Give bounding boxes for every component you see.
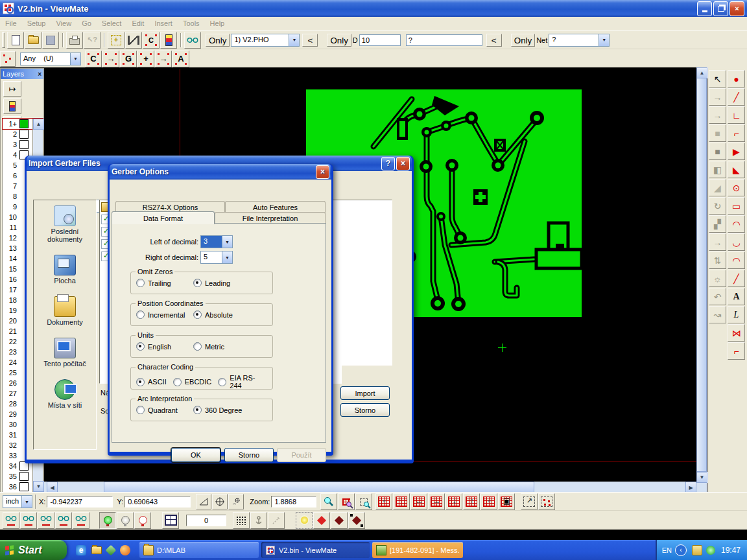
tab-data-format[interactable]: Data Format xyxy=(112,211,215,224)
draw-triangle-button[interactable]: ◣ xyxy=(728,161,745,178)
dialog-titlebar[interactable]: Gerber Options × xyxy=(110,164,331,180)
taskbar-task-1[interactable]: D:\MLAB xyxy=(139,542,259,558)
origin-button[interactable] xyxy=(212,494,228,509)
square-aperture-button[interactable]: ■ xyxy=(709,124,726,142)
anchor-button[interactable] xyxy=(250,512,267,529)
right-decimal-combo[interactable]: 5 ▼ xyxy=(200,251,233,264)
layer-color-swatch[interactable] xyxy=(19,119,29,128)
tray-collapse-icon[interactable]: ‹ xyxy=(675,544,687,556)
select-goto-arrow-button[interactable]: → xyxy=(102,51,119,67)
radio-icon[interactable] xyxy=(193,279,202,287)
new-file-button[interactable] xyxy=(7,32,24,49)
cancel-button[interactable]: Storno xyxy=(340,403,390,417)
mirror-vertical-button[interactable]: ◢ xyxy=(709,179,726,196)
place-plocha[interactable]: Plocha xyxy=(34,255,96,285)
quicklaunch-folder-icon[interactable] xyxy=(91,545,102,555)
tab-file-interpretation[interactable]: File Interpretation xyxy=(215,212,326,224)
lasso-button[interactable]: ↝ xyxy=(709,306,726,323)
draw-sketch-button[interactable]: ╱ xyxy=(728,270,745,287)
scroll-left-icon[interactable]: ◀ xyxy=(47,482,58,492)
distribute-button[interactable]: ⇅ xyxy=(709,251,726,269)
only-layer-button[interactable]: Only xyxy=(206,34,230,47)
chevron-down-icon[interactable]: ▼ xyxy=(222,251,232,263)
menu-view[interactable]: View xyxy=(51,18,77,29)
draw-arrow-button[interactable]: ▶ xyxy=(728,143,745,160)
pad-diamond-dark-button[interactable] xyxy=(331,512,348,529)
layer-on-bulb-button[interactable] xyxy=(99,512,116,529)
draw-bend-button[interactable]: ⌐ xyxy=(728,124,745,142)
scrollbar-thumb[interactable] xyxy=(696,78,707,472)
tray-messenger-icon[interactable] xyxy=(706,546,715,555)
layers-panel-titlebar[interactable]: Layers × xyxy=(1,69,43,79)
inspect-all-button[interactable] xyxy=(3,512,19,529)
minimize-button[interactable] xyxy=(697,1,712,16)
menu-go[interactable]: Go xyxy=(77,18,97,29)
chevron-down-icon[interactable]: ▼ xyxy=(222,236,232,248)
draw-rectangle-button[interactable]: ▭ xyxy=(728,197,745,215)
menu-help[interactable]: Help xyxy=(205,18,230,29)
draw-line-button[interactable]: ╱ xyxy=(728,88,745,106)
net-combo[interactable]: ? ▼ xyxy=(549,34,610,47)
radio-icon[interactable] xyxy=(193,406,202,414)
copy-to-pad-button[interactable]: → xyxy=(709,233,726,251)
radio-icon[interactable] xyxy=(136,342,145,351)
grid-full-button[interactable] xyxy=(393,493,410,510)
only-net-button[interactable]: Only xyxy=(511,34,535,47)
select-net-arrow-button[interactable]: → xyxy=(155,51,172,67)
draw-polyline-button[interactable]: ∟ xyxy=(728,106,745,124)
chevron-down-icon[interactable]: ▼ xyxy=(289,34,299,46)
layer-color-swatch[interactable] xyxy=(19,130,29,139)
table-view-button[interactable] xyxy=(162,512,179,529)
radio-leading[interactable]: Leading xyxy=(193,279,250,287)
scroll-right-icon[interactable]: ▶ xyxy=(685,482,696,492)
rotate-button[interactable]: ↻ xyxy=(709,197,726,215)
prev-dcode-button[interactable]: < xyxy=(486,34,502,47)
radio-ebcdic[interactable]: EBCDIC xyxy=(173,378,212,386)
radio-icon[interactable] xyxy=(136,279,145,287)
pan-up-button[interactable]: ↑ xyxy=(463,493,480,510)
zoom-in-button[interactable] xyxy=(320,493,337,510)
layer-outline-bulb-button[interactable] xyxy=(134,512,151,529)
chevron-down-icon[interactable]: ▼ xyxy=(599,34,609,46)
inspect-selection-button[interactable] xyxy=(73,512,89,529)
layer-color-swatch[interactable] xyxy=(19,472,29,481)
select-points-button[interactable] xyxy=(538,493,555,510)
inspect-pads-button[interactable] xyxy=(38,512,54,529)
close-button[interactable]: × xyxy=(316,165,329,179)
radio-icon[interactable] xyxy=(136,406,145,414)
settings-gear-button[interactable]: ☼ xyxy=(709,270,726,287)
window-overlap-button[interactable]: ▣ xyxy=(498,493,515,510)
move-to-point-button[interactable]: → xyxy=(709,88,726,106)
prev-layer-button[interactable]: < xyxy=(302,34,318,47)
radio-icon[interactable] xyxy=(218,378,226,386)
language-indicator[interactable]: EN xyxy=(662,546,672,554)
zoom-window-button[interactable]: ▫ xyxy=(375,493,392,510)
flash-sun-button[interactable] xyxy=(296,512,313,529)
any-filter-combo[interactable]: Any (U) ▼ xyxy=(20,52,81,65)
radio-icon[interactable] xyxy=(173,378,182,386)
select-extents-button[interactable]: ↗ xyxy=(521,493,538,510)
window-new-button[interactable]: ▫ xyxy=(480,493,497,510)
dcode-input[interactable] xyxy=(359,34,401,46)
radio-metric[interactable]: Metric xyxy=(193,342,250,351)
grid-toggle-button[interactable] xyxy=(233,512,250,529)
radio-icon[interactable] xyxy=(136,310,145,319)
chevron-down-icon[interactable]: ▼ xyxy=(70,53,80,65)
menu-file[interactable]: File xyxy=(0,18,22,29)
only-dcode-button[interactable]: Only xyxy=(327,34,351,47)
close-button[interactable]: × xyxy=(396,157,410,170)
tray-notes-icon[interactable] xyxy=(692,545,702,555)
scrollbar-thumb[interactable] xyxy=(104,482,534,492)
save-file-button[interactable] xyxy=(42,32,59,49)
label-tool-button[interactable]: L xyxy=(728,306,745,323)
dimension-button[interactable]: ⋈ xyxy=(728,324,745,342)
layer-off-bulb-button[interactable] xyxy=(117,512,134,529)
left-decimal-combo[interactable]: 3 ▼ xyxy=(200,235,233,248)
inspect-button[interactable] xyxy=(184,32,201,49)
draw-pad-button[interactable]: ● xyxy=(728,70,745,88)
zoom-grid-button[interactable] xyxy=(338,493,355,510)
angle-measure-button[interactable] xyxy=(196,494,211,509)
scale-triangles-button[interactable]: ▞ xyxy=(709,215,726,233)
layer-table-button[interactable] xyxy=(3,99,21,114)
layer-insert-button[interactable]: ↦ xyxy=(3,81,21,97)
